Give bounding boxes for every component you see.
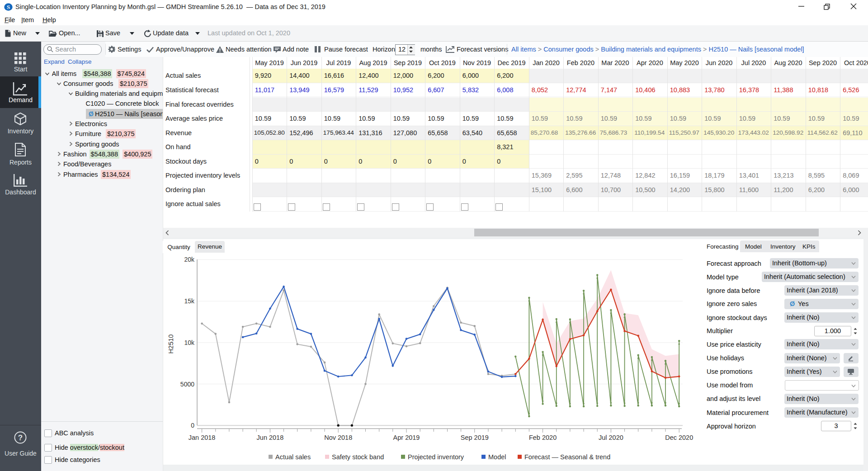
svg-text:Jun 2018: Jun 2018 bbox=[257, 434, 284, 441]
svg-text:H2510: H2510 bbox=[167, 334, 175, 354]
svg-text:5000: 5000 bbox=[180, 381, 194, 388]
svg-text:20k: 20k bbox=[184, 256, 195, 263]
svg-text:Projected inventory: Projected inventory bbox=[408, 453, 464, 461]
svg-text:Sep 2019: Sep 2019 bbox=[461, 434, 489, 441]
svg-text:0: 0 bbox=[191, 422, 194, 429]
svg-text:Jan 2018: Jan 2018 bbox=[189, 434, 216, 441]
svg-text:Safety stock band: Safety stock band bbox=[332, 453, 384, 461]
svg-text:Nov 2018: Nov 2018 bbox=[324, 434, 352, 441]
svg-text:10k: 10k bbox=[184, 339, 195, 346]
svg-text:Model: Model bbox=[488, 453, 506, 461]
svg-text:Dec 2020: Dec 2020 bbox=[665, 434, 693, 441]
svg-text:Apr 2019: Apr 2019 bbox=[393, 434, 420, 441]
svg-text:S: S bbox=[7, 4, 10, 10]
svg-text:Feb 2020: Feb 2020 bbox=[529, 434, 557, 441]
svg-text:Jul 2020: Jul 2020 bbox=[599, 434, 623, 441]
svg-text:Actual sales: Actual sales bbox=[275, 453, 311, 461]
svg-text:Forecast — Seasonal & trend: Forecast — Seasonal & trend bbox=[524, 453, 610, 461]
svg-text:?: ? bbox=[18, 433, 23, 442]
svg-text:15k: 15k bbox=[184, 297, 195, 305]
